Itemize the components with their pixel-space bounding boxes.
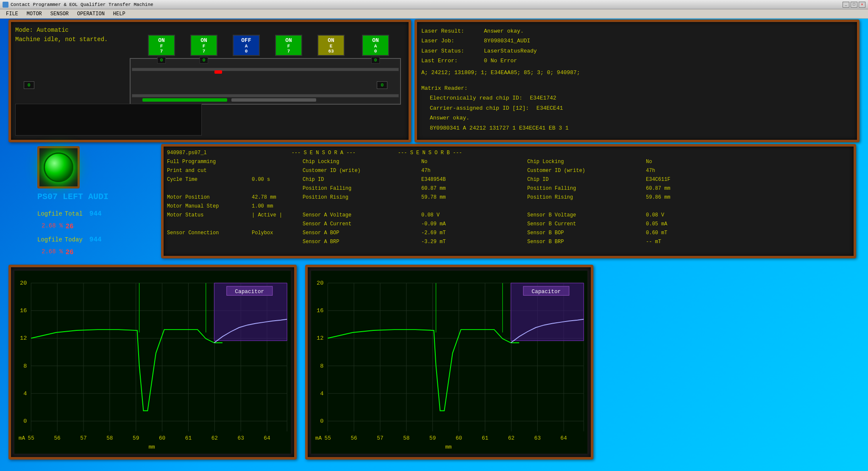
menu-bar: FILE MOTOR SENSOR OPERATION HELP xyxy=(0,9,868,19)
cust-id-b-value: 47h xyxy=(646,166,752,175)
cycle-time-value: 0.00 s xyxy=(252,175,303,184)
sensor-content: 940987.ps07_l --- S E N S O R A --- --- … xyxy=(167,150,850,252)
chart-right-svg: 20 16 12 8 4 0 55 56 57 58 59 60 61 62 6… xyxy=(311,271,587,454)
today-value: 944 xyxy=(89,233,102,246)
svg-text:20: 20 xyxy=(317,280,323,286)
bop-b-label: Sensor B BOP xyxy=(527,229,646,238)
laser-result-value: Answer okay. xyxy=(484,28,524,34)
motor-status-value: | Active | xyxy=(252,211,303,220)
laser-status-value: LaserStatusReady xyxy=(484,48,537,54)
sensor-b-header: --- S E N S O R B --- xyxy=(398,150,462,156)
minimize-button[interactable]: _ xyxy=(843,2,849,8)
counters-right: 0 xyxy=(377,81,387,89)
pos-rise-a-value: 59.78 mm xyxy=(421,193,527,202)
sensor-conn-label: Sensor Connection xyxy=(167,229,252,238)
bop-a-value: -2.69 mT xyxy=(421,229,527,238)
cust-id-a-value: 47h xyxy=(421,166,527,175)
green-led xyxy=(44,152,73,182)
svg-text:64: 64 xyxy=(264,435,270,441)
pos-rise-b-label: Position Rising xyxy=(527,193,646,202)
menu-sensor[interactable]: SENSOR xyxy=(46,10,73,18)
menu-file[interactable]: FILE xyxy=(2,10,22,18)
bop-b-value: 0.60 mT xyxy=(646,229,752,238)
menu-operation[interactable]: OPERATION xyxy=(73,10,109,18)
svg-text:64: 64 xyxy=(560,435,567,441)
curr-b-value: 0.05 mA xyxy=(646,220,752,229)
svg-text:63: 63 xyxy=(238,435,244,441)
svg-text:mm: mm xyxy=(445,444,451,450)
svg-text:8: 8 xyxy=(320,363,323,369)
laser-job-value: 8Y0980341_AUDI xyxy=(484,38,530,44)
maximize-button[interactable]: □ xyxy=(851,2,857,8)
svg-text:58: 58 xyxy=(403,435,409,441)
svg-text:16: 16 xyxy=(20,308,27,314)
laser-codes: A; 24212; 131809; 1; E34EAA85; 85; 3; 0;… xyxy=(421,69,580,76)
pos-fall-b-value: 60.87 mm xyxy=(646,184,752,193)
cust-id-a-label: Customer ID (write) xyxy=(303,166,421,175)
svg-text:59: 59 xyxy=(429,435,436,441)
station-1: ON F 7 0 xyxy=(147,35,176,64)
svg-text:mA: mA xyxy=(315,435,322,441)
svg-text:mm: mm xyxy=(148,444,155,450)
svg-text:0: 0 xyxy=(320,418,323,424)
matrix-answer: Answer okay. xyxy=(430,115,470,121)
svg-text:63: 63 xyxy=(534,435,541,441)
window-controls[interactable]: _ □ ✕ xyxy=(843,2,865,8)
volt-a-value: 0.08 V xyxy=(421,211,527,220)
curr-a-value: -0.09 mA xyxy=(421,220,527,229)
count1: 26 xyxy=(65,220,73,233)
chip-lock-a-value: No xyxy=(421,158,527,166)
curr-a-label: Sensor A Current xyxy=(303,220,421,229)
svg-text:0: 0 xyxy=(23,418,27,424)
svg-text:61: 61 xyxy=(482,435,488,441)
pos-fall-a-value: 60.87 mm xyxy=(421,184,527,193)
svg-text:8: 8 xyxy=(23,363,27,369)
mode-text: Mode: Automatic xyxy=(15,25,108,35)
total-value: 944 xyxy=(89,208,102,220)
conveyor-area: ON F 7 0 ON F 7 0 OFF A 0 xyxy=(130,35,405,107)
svg-text:Capacitor: Capacitor xyxy=(235,288,264,295)
laser-status-label: Laser Status: xyxy=(421,46,481,56)
chip-id-a-value: E348954B xyxy=(421,175,527,184)
print-cut: Print and cut xyxy=(167,166,252,175)
volt-b-value: 0.08 V xyxy=(646,211,752,220)
title-bar-title: Contact Programmer & EOL Qualifier Trans… xyxy=(11,2,843,7)
sensor-title: 940987.ps07_l xyxy=(167,150,207,156)
today-label: Today xyxy=(65,234,83,246)
close-button[interactable]: ✕ xyxy=(859,2,865,8)
chip-id-a-label: Chip ID xyxy=(303,175,421,184)
svg-text:mA: mA xyxy=(19,435,25,441)
svg-text:61: 61 xyxy=(185,435,192,441)
status-text: Machine idle, not started. xyxy=(15,35,108,44)
brp-b-label: Sensor B BRP xyxy=(527,238,646,247)
cycle-time-label: Cycle Time xyxy=(167,175,252,184)
machine-status: Mode: Automatic Machine idle, not starte… xyxy=(15,25,108,44)
full-prog: Full Programming xyxy=(167,158,252,166)
motor-status-label: Motor Status xyxy=(167,211,252,220)
counters-left: 0 xyxy=(24,81,34,89)
chip-lock-b-value: No xyxy=(646,158,752,166)
svg-text:62: 62 xyxy=(508,435,515,441)
laser-error-value: 0 No Error xyxy=(484,58,517,64)
title-bar: Contact Programmer & EOL Qualifier Trans… xyxy=(0,0,868,9)
pos-rise-b-value: 59.86 mm xyxy=(646,193,752,202)
svg-text:60: 60 xyxy=(159,435,165,441)
laser-panel: Laser Result: Answer okay. Laser Job: 8Y… xyxy=(415,19,860,142)
brp-b-value: -- mT xyxy=(646,238,752,247)
menu-motor[interactable]: MOTOR xyxy=(22,10,46,18)
svg-text:62: 62 xyxy=(211,435,218,441)
svg-text:55: 55 xyxy=(325,435,331,441)
brp-a-value: -3.29 mT xyxy=(421,238,527,247)
bop-a-label: Sensor A BOP xyxy=(303,229,421,238)
chip-lock-a-label: Chip Locking xyxy=(303,158,421,166)
svg-text:55: 55 xyxy=(28,435,34,441)
svg-text:4: 4 xyxy=(23,391,27,397)
svg-text:57: 57 xyxy=(80,435,86,441)
total-label: Total xyxy=(65,208,83,220)
menu-help[interactable]: HELP xyxy=(109,10,130,18)
brp-a-label: Sensor A BRP xyxy=(303,238,421,247)
station-3: OFF A 0 xyxy=(231,35,261,56)
chip-lock-b-label: Chip Locking xyxy=(527,158,646,166)
pos-fall-a-label: Position Falling xyxy=(303,184,421,193)
chart-left-panel: 20 16 12 8 4 0 55 56 57 58 59 60 61 62 6… xyxy=(8,265,297,460)
